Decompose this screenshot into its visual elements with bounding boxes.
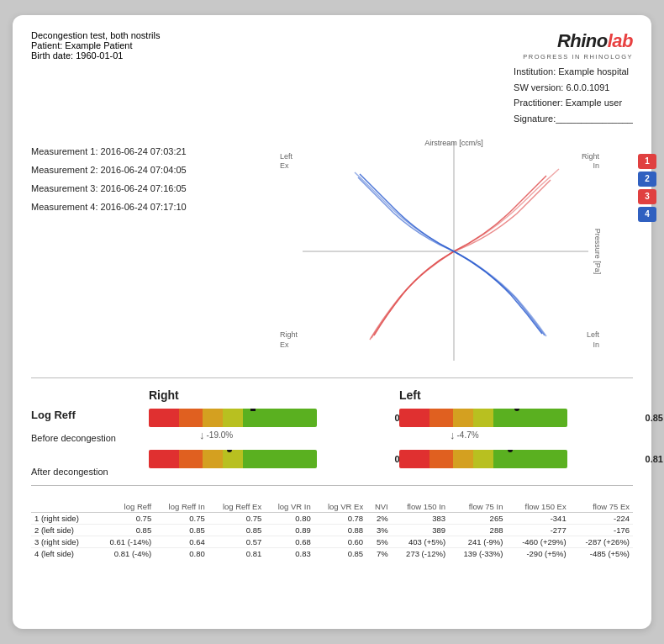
table-cell: 0.88 bbox=[314, 524, 366, 536]
legend-4: 4 bbox=[638, 207, 656, 222]
table-cell: 0.75 bbox=[208, 512, 265, 524]
logreff-section: Log Reff Before decongestion After decon… bbox=[31, 388, 633, 477]
main-content: Measurement 1: 2016-06-24 07:03:21 Measu… bbox=[31, 134, 633, 369]
logo: Rhinolab PROGRESS IN RHINOLOGY bbox=[523, 30, 633, 61]
chart-container: Airstream [ccm/s] LeftEx RightIn RightEx… bbox=[275, 134, 633, 369]
measurement-3: Measurement 3: 2016-06-24 07:16:05 bbox=[31, 179, 275, 198]
after-decongestion-label: After decongestion bbox=[31, 467, 149, 477]
patient-name: Patient: Example Patient bbox=[31, 40, 160, 50]
table-header-row: log Reff log Reff In log Reff Ex log VR … bbox=[31, 501, 633, 513]
table-cell: 0.83 bbox=[265, 547, 314, 559]
rhinomanometry-chart bbox=[275, 134, 633, 369]
table-cell: 0.85 bbox=[155, 524, 208, 536]
down-arrow-right: ↓ bbox=[199, 429, 205, 441]
table-cell: 3 (right side) bbox=[31, 536, 95, 547]
table-cell: 0.61 (-14%) bbox=[95, 536, 155, 547]
right-before-group: 0.75 ↓ -19.0% bbox=[149, 409, 382, 441]
table-cell: 2 (left side) bbox=[31, 524, 95, 536]
birthdate: Birth date: 1960-01-01 bbox=[31, 50, 160, 61]
table-cell: 0.85 bbox=[208, 524, 265, 536]
col-header-flow-150-ex: flow 150 Ex bbox=[506, 501, 569, 513]
measurement-2: Measurement 2: 2016-06-24 07:04:05 bbox=[31, 161, 275, 179]
left-in-label: LeftIn bbox=[587, 330, 599, 350]
table-cell: 241 (-9%) bbox=[449, 536, 506, 547]
left-before-value: 0.85 bbox=[646, 413, 663, 423]
col-header-log-vr-ex: log VR Ex bbox=[314, 501, 366, 513]
right-after-bar-container: 0.61 bbox=[149, 450, 382, 468]
logo-tagline: PROGRESS IN RHINOLOGY bbox=[523, 53, 633, 61]
table-cell: 0.78 bbox=[314, 512, 366, 524]
left-col-title: Left bbox=[399, 388, 633, 402]
right-panel: Airstream [ccm/s] LeftEx RightIn RightEx… bbox=[275, 134, 633, 369]
right-col-title: Right bbox=[149, 388, 382, 402]
table-cell: 139 (-33%) bbox=[449, 547, 506, 559]
airstream-label: Airstream [ccm/s] bbox=[424, 139, 483, 147]
col-header-flow-75-in: flow 75 In bbox=[449, 501, 506, 513]
data-table: log Reff log Reff In log Reff Ex log VR … bbox=[31, 501, 633, 559]
legend-3: 3 bbox=[638, 189, 656, 204]
col-header-log-reff-ex: log Reff Ex bbox=[208, 501, 265, 513]
left-ex-label: LeftEx bbox=[280, 152, 292, 172]
table-cell: 383 bbox=[392, 512, 449, 524]
table-cell: 0.81 bbox=[208, 547, 265, 559]
right-before-bar-container: 0.75 bbox=[149, 409, 382, 427]
practitioner: Practitioner: Example user bbox=[514, 95, 633, 111]
table-cell: -460 (+29%) bbox=[506, 536, 569, 547]
table-cell: 389 bbox=[392, 524, 449, 536]
table-cell: 7% bbox=[366, 547, 392, 559]
right-before-dot bbox=[250, 409, 256, 411]
table-cell: 0.64 bbox=[155, 536, 208, 547]
table-cell: 0.75 bbox=[155, 512, 208, 524]
left-after-value: 0.81 bbox=[646, 454, 663, 464]
left-after-bar-container: 0.81 bbox=[399, 450, 633, 468]
table-cell: 0.81 (-4%) bbox=[95, 547, 155, 559]
table-cell: 403 (+5%) bbox=[392, 536, 449, 547]
table-cell: 0.89 bbox=[265, 524, 314, 536]
table-cell: 0.68 bbox=[265, 536, 314, 547]
table-cell: 3% bbox=[366, 524, 392, 536]
table-separator bbox=[31, 485, 633, 486]
table-cell: 5% bbox=[366, 536, 392, 547]
left-before-bar-container: 0.85 bbox=[399, 409, 633, 427]
legend-badges: 1 2 3 4 bbox=[638, 154, 656, 222]
table-cell: 288 bbox=[449, 524, 506, 536]
measurements: Measurement 1: 2016-06-24 07:03:21 Measu… bbox=[31, 142, 275, 216]
table-cell: 4 (left side) bbox=[31, 547, 95, 559]
institution-name: Institution: Example hospital bbox=[514, 64, 633, 80]
test-type: Decongestion test, both nostrils bbox=[31, 30, 160, 40]
table-cell: -224 bbox=[570, 512, 633, 524]
table-cell: -290 (+5%) bbox=[506, 547, 569, 559]
right-ex-label: RightEx bbox=[280, 330, 298, 350]
legend-2: 2 bbox=[638, 172, 656, 187]
table-cell: 0.85 bbox=[314, 547, 366, 559]
table-cell: 0.80 bbox=[265, 512, 314, 524]
table-body: 1 (right side)0.750.750.750.800.782%3832… bbox=[31, 512, 633, 559]
table-cell: 0.80 bbox=[155, 547, 208, 559]
table-cell: -287 (+26%) bbox=[570, 536, 633, 547]
table-row: 4 (left side)0.81 (-4%)0.800.810.830.857… bbox=[31, 547, 633, 559]
table-cell: -341 bbox=[506, 512, 569, 524]
table-cell: -485 (+5%) bbox=[570, 547, 633, 559]
logo-lab: lab bbox=[608, 30, 633, 51]
right-pct-label: ↓ -19.0% bbox=[199, 429, 382, 441]
table-row: 1 (right side)0.750.750.750.800.782%3832… bbox=[31, 512, 633, 524]
data-table-section: log Reff log Reff In log Reff Ex log VR … bbox=[31, 501, 633, 559]
patient-section: Decongestion test, both nostrils Patient… bbox=[31, 30, 160, 61]
signature: Signature:_______________ bbox=[514, 111, 633, 127]
measurement-4: Measurement 4: 2016-06-24 07:17:10 bbox=[31, 198, 275, 216]
table-cell: 0.85 bbox=[95, 524, 155, 536]
right-in-label: RightIn bbox=[582, 152, 599, 172]
logo-rhino: Rhino bbox=[557, 30, 608, 51]
pressure-label: Pressure [Pa] bbox=[594, 228, 603, 274]
left-panel: Measurement 1: 2016-06-24 07:03:21 Measu… bbox=[31, 134, 275, 369]
header: Decongestion test, both nostrils Patient… bbox=[31, 30, 633, 127]
table-cell: 273 (-12%) bbox=[392, 547, 449, 559]
col-header-flow-75-ex: flow 75 Ex bbox=[570, 501, 633, 513]
col-header-flow-150-in: flow 150 In bbox=[392, 501, 449, 513]
col-header-log-reff-in: log Reff In bbox=[155, 501, 208, 513]
table-cell: 1 (right side) bbox=[31, 512, 95, 524]
table-cell: -176 bbox=[570, 524, 633, 536]
table-row: 2 (left side)0.850.850.850.890.883%38928… bbox=[31, 524, 633, 536]
institution-info: Institution: Example hospital SW version… bbox=[514, 64, 633, 127]
col-header-row-label bbox=[31, 501, 95, 513]
